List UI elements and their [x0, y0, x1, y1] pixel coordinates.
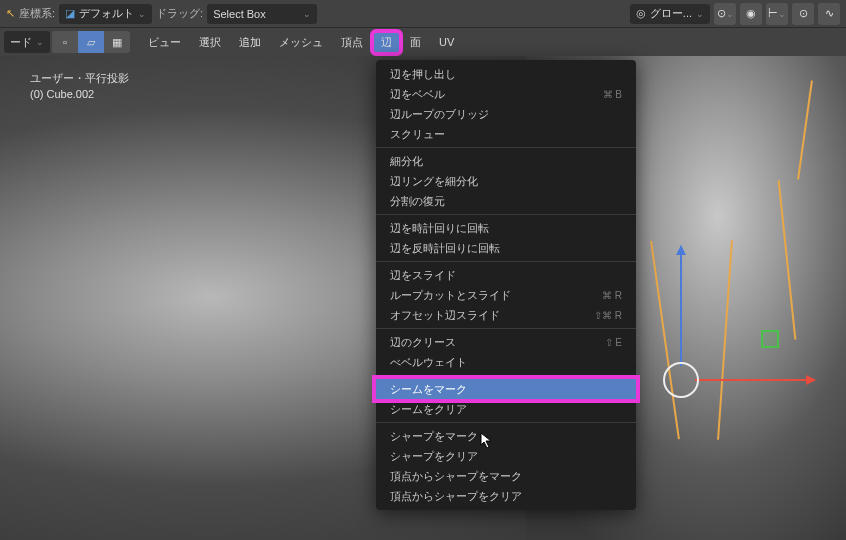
edge-context-menu: 辺を押し出し辺をベベル⌘ B辺ループのブリッジスクリュー細分化辺リングを細分化分…	[376, 60, 636, 510]
menu-item[interactable]: ループカットとスライド⌘ R	[376, 285, 636, 305]
face-select-mode[interactable]: ▦	[104, 31, 130, 53]
edge-select-mode[interactable]: ▱	[78, 31, 104, 53]
menu-item[interactable]: 辺ループのブリッジ	[376, 104, 636, 124]
magnet-icon: ⊙	[717, 7, 726, 20]
orientation-icon: ◪	[65, 7, 75, 20]
menu-item-label: 辺ループのブリッジ	[390, 107, 489, 122]
menu-item[interactable]: べベルウェイト	[376, 352, 636, 372]
arc-icon: ⊢	[768, 7, 778, 20]
gizmo-center[interactable]	[663, 362, 699, 398]
edge-icon: ▱	[87, 36, 95, 49]
chevron-down-icon: ⌄	[778, 9, 786, 19]
menu-mesh[interactable]: メッシュ	[271, 32, 331, 53]
menu-separator	[376, 422, 636, 423]
gizmo-y-plane[interactable]	[761, 330, 779, 348]
menu-item[interactable]: 辺を反時計回りに回転	[376, 238, 636, 258]
menu-item-shortcut: ⇧⌘ R	[594, 310, 622, 321]
gizmo-z-axis[interactable]	[680, 246, 682, 366]
cursor-icon: ↖	[6, 7, 15, 20]
menu-item[interactable]: 辺をベベル⌘ B	[376, 84, 636, 104]
drag-label: ドラッグ:	[156, 6, 203, 21]
vertex-select-mode[interactable]: ▫	[52, 31, 78, 53]
chevron-down-icon: ⌄	[726, 9, 734, 19]
menu-separator	[376, 328, 636, 329]
menu-item-label: ループカットとスライド	[390, 288, 511, 303]
falloff-toggle[interactable]: ⊙	[792, 3, 814, 25]
object-label: (0) Cube.002	[30, 86, 129, 102]
coord-system-dropdown[interactable]: ◪ デフォルト ⌄	[59, 4, 152, 24]
menu-item[interactable]: 辺のクリース⇧ E	[376, 332, 636, 352]
menu-item-label: 辺リングを細分化	[390, 174, 478, 189]
menu-item[interactable]: シャープをクリア	[376, 446, 636, 466]
curve-icon: ∿	[825, 7, 834, 20]
menu-item[interactable]: 頂点からシャープをクリア	[376, 486, 636, 506]
viewport-info: ユーザー・平行投影 (0) Cube.002	[30, 70, 129, 102]
menu-item-label: 辺を押し出し	[390, 67, 456, 82]
face-icon: ▦	[112, 36, 122, 49]
mode-selector[interactable]: ード ⌄	[4, 31, 50, 53]
menu-separator	[376, 214, 636, 215]
menu-item-label: スクリュー	[390, 127, 445, 142]
wave-icon: ⊙	[799, 7, 808, 20]
menu-item[interactable]: スクリュー	[376, 124, 636, 144]
mode-value: ード	[10, 35, 32, 50]
proportional-icon: ◉	[746, 7, 756, 20]
menu-item[interactable]: 辺リングを細分化	[376, 171, 636, 191]
pivot-dropdown[interactable]: ◎ グロー... ⌄	[630, 4, 710, 24]
menu-item-label: 辺をベベル	[390, 87, 445, 102]
chevron-down-icon: ⌄	[36, 37, 44, 47]
menu-edge[interactable]: 辺	[373, 32, 400, 53]
chevron-down-icon: ⌄	[303, 9, 311, 19]
menu-item-label: シームをマーク	[390, 382, 467, 397]
menu-item[interactable]: 分割の復元	[376, 191, 636, 211]
menu-item[interactable]: オフセット辺スライド⇧⌘ R	[376, 305, 636, 325]
pivot-icon: ◎	[636, 7, 646, 20]
menu-face[interactable]: 面	[402, 32, 429, 53]
menu-item-label: 辺をスライド	[390, 268, 456, 283]
menu-add[interactable]: 追加	[231, 32, 269, 53]
menu-item-shortcut: ⌘ R	[602, 290, 622, 301]
menu-item[interactable]: シームをクリア	[376, 399, 636, 419]
menu-item[interactable]: 辺をスライド	[376, 265, 636, 285]
coord-label: 座標系:	[19, 6, 55, 21]
menu-vertex[interactable]: 頂点	[333, 32, 371, 53]
menu-item[interactable]: 辺を時計回りに回転	[376, 218, 636, 238]
menu-item-label: 頂点からシャープをクリア	[390, 489, 522, 504]
menu-item-label: 辺のクリース	[390, 335, 456, 350]
menu-item-label: 細分化	[390, 154, 423, 169]
vertex-icon: ▫	[63, 36, 67, 48]
menu-select[interactable]: 選択	[191, 32, 229, 53]
gizmo-x-axis[interactable]	[695, 379, 815, 381]
drag-dropdown[interactable]: Select Box ⌄	[207, 4, 317, 24]
chevron-down-icon: ⌄	[138, 9, 146, 19]
menu-view[interactable]: ビュー	[140, 32, 189, 53]
snap-label: グロー...	[650, 6, 692, 21]
snap-toggle[interactable]: ⊙⌄	[714, 3, 736, 25]
menu-item-label: べベルウェイト	[390, 355, 467, 370]
menu-item-label: 辺を時計回りに回転	[390, 221, 489, 236]
header-bar: ↖ 座標系: ◪ デフォルト ⌄ ドラッグ: Select Box ⌄ ◎ グロ…	[0, 0, 846, 28]
select-mode-group: ▫ ▱ ▦	[52, 31, 130, 53]
menu-item[interactable]: 細分化	[376, 151, 636, 171]
menu-item[interactable]: 辺を押し出し	[376, 64, 636, 84]
menu-separator	[376, 261, 636, 262]
menu-item[interactable]: 頂点からシャープをマーク	[376, 466, 636, 486]
menu-item[interactable]: シャープをマーク	[376, 426, 636, 446]
menu-item-label: 頂点からシャープをマーク	[390, 469, 522, 484]
proportional-toggle[interactable]: ◉	[740, 3, 762, 25]
menu-item[interactable]: シームをマーク	[376, 379, 636, 399]
menu-item-label: オフセット辺スライド	[390, 308, 500, 323]
projection-label: ユーザー・平行投影	[30, 70, 129, 86]
coord-value: デフォルト	[79, 6, 134, 21]
menu-uv[interactable]: UV	[431, 33, 462, 51]
menu-item-label: シャープをマーク	[390, 429, 478, 444]
tool-bar: ード ⌄ ▫ ▱ ▦ ビュー 選択 追加 メッシュ 頂点 辺 面 UV	[0, 28, 846, 56]
curve-toggle[interactable]: ∿	[818, 3, 840, 25]
menu-item-label: 分割の復元	[390, 194, 445, 209]
menu-item-shortcut: ⇧ E	[605, 337, 622, 348]
arc-toggle[interactable]: ⊢⌄	[766, 3, 788, 25]
drag-value: Select Box	[213, 8, 266, 20]
menu-item-shortcut: ⌘ B	[603, 89, 622, 100]
menu-item-label: 辺を反時計回りに回転	[390, 241, 500, 256]
menu-separator	[376, 375, 636, 376]
